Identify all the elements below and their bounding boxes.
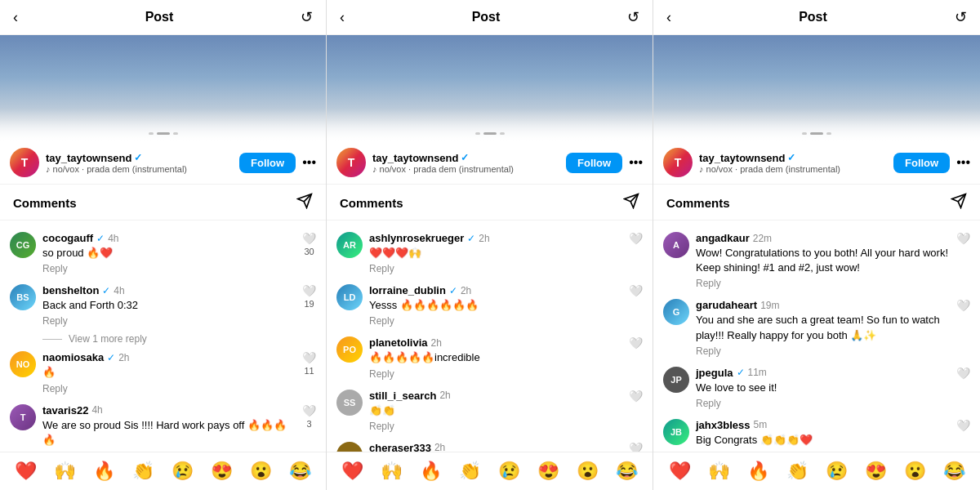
heart-icon[interactable]: 🤍: [629, 336, 643, 350]
emoji-item-3[interactable]: 👏: [459, 461, 481, 482]
refresh-icon[interactable]: ↺: [955, 8, 967, 26]
heart-icon[interactable]: 🤍: [956, 299, 970, 312]
emoji-item-2[interactable]: 🔥: [93, 461, 115, 482]
reply-button[interactable]: Reply: [696, 345, 950, 357]
comment-item: PO planetolivia 2h 🔥🔥🔥🔥🔥incredible Reply…: [327, 332, 653, 384]
reply-button[interactable]: Reply: [42, 315, 296, 327]
dot: [500, 132, 505, 135]
media-blur: [0, 109, 326, 141]
more-icon[interactable]: •••: [956, 155, 970, 170]
comment-username-row: jpegula ✓ 11m: [696, 367, 950, 379]
reply-button[interactable]: Reply: [369, 263, 622, 274]
emoji-item-5[interactable]: 😍: [211, 461, 233, 482]
verified-badge: ✓: [96, 233, 105, 244]
top-bar: ‹ Post ↺: [0, 0, 326, 35]
emoji-item-7[interactable]: 😂: [943, 461, 965, 482]
reply-button[interactable]: Reply: [42, 383, 296, 394]
emoji-item-0[interactable]: ❤️: [341, 461, 363, 482]
back-icon[interactable]: ‹: [340, 9, 345, 26]
emoji-item-2[interactable]: 🔥: [747, 461, 769, 482]
top-bar: ‹ Post ↺: [327, 0, 653, 35]
heart-icon[interactable]: 🤍: [302, 404, 316, 417]
comment-text: 🔥: [42, 365, 296, 380]
emoji-item-1[interactable]: 🙌: [381, 461, 403, 482]
reply-button[interactable]: Reply: [369, 421, 622, 432]
comments-list: AR ashlynrosekrueger ✓ 2h ❤️❤️❤️🙌 Reply …: [327, 220, 653, 452]
emoji-item-6[interactable]: 😮: [577, 461, 599, 482]
view-more-reply[interactable]: View 1 more reply: [0, 332, 326, 346]
refresh-icon[interactable]: ↺: [627, 8, 639, 26]
phone-2: ‹ Post ↺ T tay_taytownsend ✓ ♪ no/vox · …: [327, 0, 653, 490]
comment-avatar: NO: [10, 351, 36, 377]
comment-item: CG cocogauff ✓ 4h so proud 🔥❤️ Reply 🤍 3…: [0, 227, 326, 279]
refresh-icon[interactable]: ↺: [301, 8, 313, 26]
emoji-item-5[interactable]: 😍: [865, 461, 887, 482]
heart-icon[interactable]: 🤍: [956, 419, 970, 432]
heart-icon[interactable]: 🤍: [629, 284, 643, 297]
heart-icon[interactable]: 🤍: [629, 232, 643, 245]
comment-body: lorraine_dublin ✓ 2h Yesss 🔥🔥🔥🔥🔥🔥 Reply: [369, 284, 622, 327]
media-dots: [475, 132, 505, 135]
more-icon[interactable]: •••: [302, 155, 316, 170]
post-username: tay_taytownsend ✓: [699, 152, 893, 164]
reply-button[interactable]: Reply: [696, 278, 950, 289]
emoji-item-1[interactable]: 🙌: [708, 461, 730, 482]
send-icon[interactable]: [951, 193, 967, 213]
comment-time: 2h: [461, 285, 471, 296]
post-username: tay_taytownsend ✓: [372, 152, 566, 164]
media-dots: [149, 132, 178, 135]
follow-button[interactable]: Follow: [893, 153, 950, 173]
comment-like: 🤍 19: [302, 284, 316, 309]
emoji-item-0[interactable]: ❤️: [15, 461, 37, 482]
comment-item: LD lorraine_dublin ✓ 2h Yesss 🔥🔥🔥🔥🔥🔥 Rep…: [327, 279, 653, 332]
reply-button[interactable]: Reply: [369, 315, 622, 327]
dot: [475, 132, 480, 135]
heart-icon[interactable]: 🤍: [302, 351, 316, 364]
heart-icon[interactable]: 🤍: [956, 232, 970, 245]
emoji-item-4[interactable]: 😢: [826, 461, 848, 482]
comment-item: NO naomiosaka ✓ 2h 🔥 Reply 🤍 11: [0, 346, 326, 399]
emoji-item-6[interactable]: 😮: [904, 461, 926, 482]
emoji-item-4[interactable]: 😢: [498, 461, 520, 482]
emoji-item-2[interactable]: 🔥: [420, 461, 442, 482]
verified-badge: ✓: [102, 285, 110, 296]
send-icon[interactable]: [296, 193, 313, 213]
comment-username: planetolivia: [369, 336, 428, 349]
back-icon[interactable]: ‹: [13, 9, 18, 26]
comment-username-row: naomiosaka ✓ 2h: [42, 351, 296, 363]
comment-username-row: jahx3bless 5m: [696, 419, 950, 431]
comment-username: lorraine_dublin: [369, 284, 446, 296]
comment-like: 🤍: [956, 419, 970, 432]
emoji-item-3[interactable]: 👏: [786, 461, 808, 482]
emoji-item-4[interactable]: 😢: [172, 461, 194, 482]
emoji-item-1[interactable]: 🙌: [54, 461, 76, 482]
send-icon[interactable]: [623, 193, 639, 213]
more-icon[interactable]: •••: [629, 155, 643, 170]
comment-time: 11m: [748, 367, 767, 378]
emoji-item-6[interactable]: 😮: [250, 461, 272, 482]
heart-icon[interactable]: 🤍: [302, 284, 316, 297]
emoji-item-3[interactable]: 👏: [132, 461, 154, 482]
heart-icon[interactable]: 🤍: [629, 442, 643, 452]
follow-button[interactable]: Follow: [566, 153, 622, 173]
heart-icon[interactable]: 🤍: [302, 232, 316, 245]
reply-button[interactable]: Reply: [369, 368, 622, 380]
emoji-item-7[interactable]: 😂: [289, 461, 311, 482]
heart-icon[interactable]: 🤍: [956, 367, 970, 380]
comment-time: 2h: [434, 442, 445, 452]
emoji-item-7[interactable]: 😂: [616, 461, 638, 482]
back-icon[interactable]: ‹: [666, 9, 671, 26]
emoji-item-5[interactable]: 😍: [537, 461, 559, 482]
post-user-info: tay_taytownsend ✓ ♪ no/vox · prada dem (…: [46, 152, 239, 174]
comment-body: angadkaur 22m Wow! Congratulations to yo…: [696, 232, 950, 289]
emoji-item-0[interactable]: ❤️: [669, 461, 691, 482]
comment-text: Yesss 🔥🔥🔥🔥🔥🔥: [369, 298, 622, 313]
comment-item: C cheraser333 2h 😳 🤍: [327, 437, 653, 452]
heart-icon[interactable]: 🤍: [629, 390, 643, 403]
reply-button[interactable]: Reply: [696, 398, 950, 409]
verified-badge: ✓: [787, 152, 795, 163]
reply-button[interactable]: Reply: [42, 263, 296, 274]
comment-like: 🤍: [629, 232, 643, 245]
follow-button[interactable]: Follow: [239, 153, 296, 173]
media-blur: [653, 109, 980, 141]
